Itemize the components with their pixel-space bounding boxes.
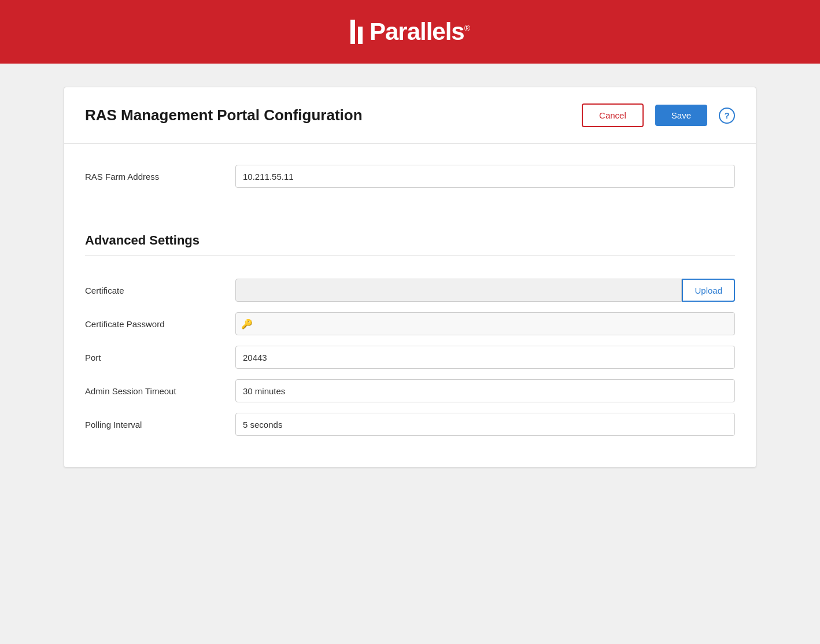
- cancel-button[interactable]: Cancel: [582, 103, 644, 127]
- logo-bar-right: [358, 27, 363, 44]
- upload-button[interactable]: Upload: [682, 279, 735, 302]
- admin-session-timeout-input[interactable]: [235, 379, 735, 402]
- port-label: Port: [85, 353, 235, 362]
- logo-bars-icon: [350, 20, 363, 44]
- ras-farm-address-row: RAS Farm Address: [85, 165, 735, 188]
- port-row: Port: [85, 346, 735, 369]
- save-button[interactable]: Save: [655, 105, 707, 126]
- page-title: RAS Management Portal Configuration: [85, 106, 570, 124]
- certificate-label: Certificate: [85, 286, 235, 295]
- certificate-password-label: Certificate Password: [85, 319, 235, 329]
- spacer-3: [85, 267, 735, 279]
- certificate-password-wrapper: 🔑: [235, 312, 735, 335]
- content-area: RAS Management Portal Configuration Canc…: [0, 64, 820, 491]
- polling-interval-row: Polling Interval: [85, 413, 735, 436]
- polling-interval-input[interactable]: [235, 413, 735, 436]
- certificate-input-group: Upload: [235, 279, 735, 302]
- certificate-password-row: Certificate Password 🔑: [85, 312, 735, 335]
- logo: Parallels®: [350, 18, 470, 46]
- certificate-input[interactable]: [235, 279, 682, 302]
- lock-icon: 🔑: [241, 319, 253, 330]
- certificate-row: Certificate Upload: [85, 279, 735, 302]
- ras-farm-address-input[interactable]: [235, 165, 735, 188]
- logo-bar-left: [350, 20, 355, 44]
- help-icon[interactable]: ?: [719, 108, 735, 124]
- logo-sup: ®: [464, 24, 470, 33]
- spacer-2: [85, 204, 735, 216]
- config-card: RAS Management Portal Configuration Canc…: [64, 87, 756, 468]
- port-input[interactable]: [235, 346, 735, 369]
- ras-farm-address-label: RAS Farm Address: [85, 172, 235, 182]
- logo-name: Parallels: [370, 18, 464, 45]
- app-header: Parallels®: [0, 0, 820, 64]
- spacer-1: [85, 193, 735, 204]
- card-header: RAS Management Portal Configuration Canc…: [64, 87, 756, 144]
- advanced-settings-title: Advanced Settings: [85, 233, 735, 256]
- polling-interval-label: Polling Interval: [85, 420, 235, 430]
- logo-text: Parallels®: [370, 18, 470, 46]
- admin-session-timeout-label: Admin Session Timeout: [85, 386, 235, 396]
- certificate-password-input[interactable]: [235, 312, 735, 335]
- admin-session-timeout-row: Admin Session Timeout: [85, 379, 735, 402]
- card-body: RAS Farm Address Advanced Settings Certi…: [64, 144, 756, 467]
